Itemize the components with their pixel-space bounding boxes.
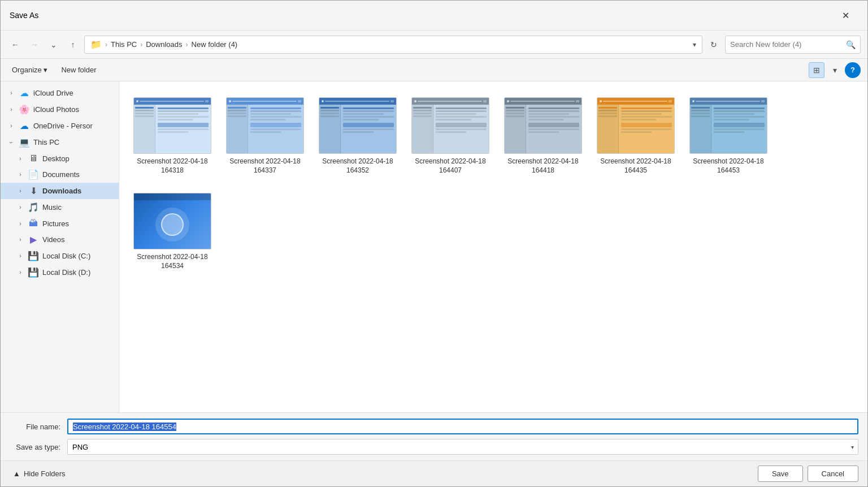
dropdown-button[interactable]: ⌄ (46, 37, 62, 53)
sidebar-item-icloud-photos[interactable]: ›🌸iCloud Photos (1, 101, 119, 118)
expand-arrow-icloud-photos[interactable]: › (7, 106, 15, 114)
sidebar-label-icloud-photos: iCloud Photos (33, 105, 79, 114)
path-sep-2: › (140, 41, 142, 49)
folder-icon: 📁 (90, 39, 102, 50)
expand-arrow-music[interactable]: › (16, 204, 24, 212)
expand-arrow-downloads[interactable]: › (16, 187, 24, 195)
sidebar-label-videos: Videos (42, 235, 65, 244)
forward-button[interactable]: → (27, 37, 42, 53)
file-item[interactable]: Screenshot 2022-04-18 164534 (131, 188, 214, 275)
file-name: Screenshot 2022-04-18 164453 (691, 157, 766, 175)
sidebar-item-this-pc[interactable]: ›💻This PC (1, 134, 119, 150)
file-name: Screenshot 2022-04-18 164435 (598, 157, 673, 175)
expand-arrow-this-pc[interactable]: › (7, 139, 15, 146)
file-item[interactable]: Screenshot 2022-04-18 164318 (131, 93, 214, 179)
sidebar-item-documents[interactable]: ›📄Documents (1, 166, 119, 183)
file-name: Screenshot 2022-04-18 164318 (135, 157, 210, 175)
file-item[interactable]: Screenshot 2022-04-18 164407 (409, 93, 492, 179)
sidebar-item-music[interactable]: ›🎵Music (1, 199, 119, 216)
file-name: Screenshot 2022-04-18 164337 (228, 157, 302, 175)
expand-arrow-pictures[interactable]: › (16, 219, 24, 227)
sidebar: ›☁iCloud Drive›🌸iCloud Photos›☁OneDrive … (1, 81, 119, 412)
file-thumbnail (689, 97, 767, 154)
sidebar-icon-desktop: 🖥 (28, 153, 39, 163)
save-button[interactable]: Save (758, 466, 803, 482)
sidebar-item-downloads[interactable]: ›⬇Downloads (1, 183, 119, 199)
expand-arrow-videos[interactable]: › (16, 236, 24, 244)
sidebar-item-videos[interactable]: ›▶Videos (1, 231, 119, 248)
path-sep-3: › (186, 41, 188, 49)
file-name-row: File name: (10, 419, 858, 434)
organize-button[interactable]: Organize ▾ (7, 63, 52, 76)
sidebar-label-onedrive: OneDrive - Persor (33, 122, 93, 130)
close-button[interactable]: ✕ (832, 6, 858, 24)
sidebar-icon-documents: 📄 (28, 169, 39, 180)
expand-arrow-local-d[interactable]: › (16, 269, 24, 277)
help-button[interactable]: ? (845, 62, 861, 78)
sidebar-icon-icloud-drive: ☁ (19, 88, 30, 98)
file-item[interactable]: Screenshot 2022-04-18 164418 (501, 93, 585, 179)
sidebar-label-desktop: Desktop (42, 154, 70, 163)
view-large-icons-button[interactable]: ⊞ (809, 62, 824, 78)
title-bar: Save As ✕ (1, 1, 867, 31)
sidebar-icon-music: 🎵 (28, 202, 39, 213)
sidebar-item-local-c[interactable]: ›💾Local Disk (C:) (1, 248, 119, 264)
sidebar-icon-local-c: 💾 (28, 251, 39, 261)
title-bar-left: Save As (10, 11, 38, 20)
sidebar-label-documents: Documents (42, 170, 80, 179)
file-name: Screenshot 2022-04-18 164534 (135, 253, 210, 270)
sidebar-label-local-c: Local Disk (C:) (42, 252, 90, 260)
files-area: Screenshot 2022-04-18 164318 (119, 81, 867, 412)
file-thumbnail (597, 97, 675, 154)
expand-arrow-onedrive[interactable]: › (7, 122, 15, 130)
file-name-label: File name: (10, 423, 60, 431)
action-buttons: Save Cancel (758, 466, 858, 482)
expand-arrow-icloud-drive[interactable]: › (7, 89, 15, 97)
new-folder-button[interactable]: New folder (57, 63, 101, 76)
sidebar-item-icloud-drive[interactable]: ›☁iCloud Drive (1, 85, 119, 101)
sidebar-icon-pictures: 🏔 (28, 218, 39, 229)
path-downloads: Downloads (146, 40, 182, 49)
bottom-bar: File name: Save as type: PNG JPEG BMP GI… (1, 412, 867, 460)
sidebar-icon-icloud-photos: 🌸 (19, 104, 30, 115)
save-type-label: Save as type: (10, 443, 60, 451)
file-thumbnail (133, 193, 211, 249)
back-button[interactable]: ← (7, 37, 23, 53)
expand-arrow-desktop[interactable]: › (16, 154, 24, 162)
toolbar-right: ⊞ ▾ ? (809, 62, 861, 78)
file-name-input[interactable] (67, 419, 858, 434)
up-button[interactable]: ↑ (65, 37, 81, 53)
sidebar-item-onedrive[interactable]: ›☁OneDrive - Persor (1, 118, 119, 134)
sidebar-item-desktop[interactable]: ›🖥Desktop (1, 150, 119, 166)
address-path[interactable]: 📁 › This PC › Downloads › New folder (4)… (84, 36, 702, 54)
sidebar-item-local-d[interactable]: ›💾Local Disk (D:) (1, 264, 119, 281)
file-type-row: Save as type: PNG JPEG BMP GIF TIFF ▾ (10, 439, 858, 455)
expand-arrow-local-c[interactable]: › (16, 252, 24, 260)
file-thumbnail (133, 97, 211, 154)
path-new-folder: New folder (4) (192, 40, 238, 49)
file-item[interactable]: Screenshot 2022-04-18 164337 (223, 93, 307, 179)
file-item[interactable]: Screenshot 2022-04-18 164435 (594, 93, 678, 179)
file-name: Screenshot 2022-04-18 164352 (320, 157, 395, 175)
path-dropdown-arrow[interactable]: ▾ (693, 41, 696, 49)
refresh-button[interactable]: ↻ (706, 37, 722, 53)
file-item[interactable]: Screenshot 2022-04-18 164453 (687, 93, 770, 179)
toolbar: Organize ▾ New folder ⊞ ▾ ? (1, 59, 867, 81)
sidebar-label-icloud-drive: iCloud Drive (33, 89, 73, 97)
file-type-select[interactable]: PNG JPEG BMP GIF TIFF (67, 439, 858, 455)
sidebar-label-music: Music (42, 203, 62, 212)
search-icon: 🔍 (846, 40, 856, 49)
sidebar-icon-onedrive: ☁ (19, 120, 30, 131)
file-thumbnail (319, 97, 397, 154)
file-thumbnail (504, 97, 582, 154)
view-dropdown-button[interactable]: ▾ (827, 62, 843, 78)
sidebar-item-pictures[interactable]: ›🏔Pictures (1, 216, 119, 231)
chevron-up-icon: ▲ (13, 469, 20, 478)
expand-arrow-documents[interactable]: › (16, 171, 24, 179)
sidebar-icon-this-pc: 💻 (19, 137, 30, 148)
address-bar: ← → ⌄ ↑ 📁 › This PC › Downloads › New fo… (1, 31, 867, 59)
file-item[interactable]: Screenshot 2022-04-18 164352 (316, 93, 400, 179)
cancel-button[interactable]: Cancel (808, 466, 858, 482)
hide-folders-button[interactable]: ▲ Hide Folders (10, 467, 69, 480)
search-input[interactable] (730, 40, 844, 49)
